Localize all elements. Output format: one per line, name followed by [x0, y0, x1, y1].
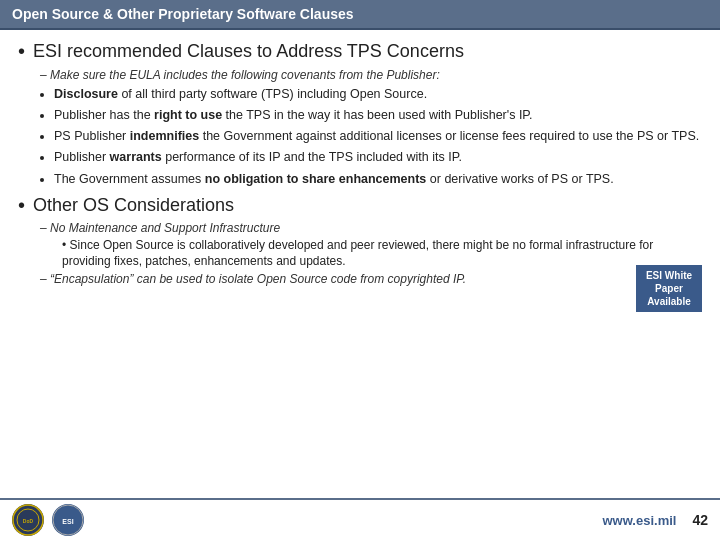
- section2-heading: • Other OS Considerations: [18, 194, 702, 217]
- svg-text:DoD: DoD: [23, 518, 34, 524]
- esi-logo: ESI: [52, 504, 84, 536]
- bold-warrants: warrants: [110, 150, 162, 164]
- footer-url-text: www.esi.mil: [602, 513, 676, 528]
- section1-heading: • ESI recommended Clauses to Address TPS…: [18, 40, 702, 63]
- slide-footer: DoD ESI www.esi.mil 42: [0, 498, 720, 540]
- esi-badge-line1: ESI White: [646, 270, 692, 281]
- dod-logo: DoD: [12, 504, 44, 536]
- slide-header: Open Source & Other Proprietary Software…: [0, 0, 720, 30]
- header-title: Open Source & Other Proprietary Software…: [12, 6, 354, 22]
- sub-bullet-1: Since Open Source is collaboratively dev…: [62, 237, 702, 271]
- footer-page-number: 42: [692, 512, 708, 528]
- main-content: • ESI recommended Clauses to Address TPS…: [0, 30, 720, 498]
- footer-url-area: www.esi.mil 42: [602, 512, 708, 528]
- bullet-icon: •: [18, 40, 25, 63]
- dash-item-2: “Encapsulation” can be used to isolate O…: [40, 272, 702, 286]
- sub-label-wrapper: – Make sure the EULA includes the follow…: [40, 67, 702, 82]
- esi-badge-line3: Available: [647, 296, 691, 307]
- dash-item-1: No Maintenance and Support Infrastructur…: [40, 221, 702, 235]
- section2-wrapper: • Other OS Considerations No Maintenance…: [18, 194, 702, 287]
- esi-badge: ESI White Paper Available: [636, 265, 702, 312]
- bullet-item-4: Publisher warrants performance of its IP…: [54, 148, 702, 166]
- section2-heading-text: Other OS Considerations: [33, 195, 234, 216]
- bullet-text-1: of all third party software (TPS) includ…: [121, 87, 427, 101]
- dod-logo-svg: DoD: [12, 504, 44, 536]
- page-container: Open Source & Other Proprietary Software…: [0, 0, 720, 540]
- esi-logo-svg: ESI: [52, 504, 84, 536]
- bold-no-obligation: no obligation to share enhancements: [205, 172, 427, 186]
- svg-text:ESI: ESI: [62, 518, 73, 525]
- bullet-item-2: Publisher has the right to use the TPS i…: [54, 106, 702, 124]
- bullet-item-5: The Government assumes no obligation to …: [54, 170, 702, 188]
- sub-label-text: – Make sure the EULA includes the follow…: [40, 68, 440, 82]
- section1-heading-text: ESI recommended Clauses to Address TPS C…: [33, 41, 464, 62]
- bullet-icon-2: •: [18, 194, 25, 217]
- footer-logos: DoD ESI: [12, 504, 84, 536]
- bullet-item-1: Disclosure of all third party software (…: [54, 85, 702, 103]
- bold-disclosure: Disclosure: [54, 87, 118, 101]
- bold-right-to-use: right to use: [154, 108, 222, 122]
- section1-bullets: Disclosure of all third party software (…: [54, 85, 702, 188]
- bold-indemnifies: indemnifies: [130, 129, 199, 143]
- esi-badge-line2: Paper: [655, 283, 683, 294]
- bullet-item-3: PS Publisher indemnifies the Government …: [54, 127, 702, 145]
